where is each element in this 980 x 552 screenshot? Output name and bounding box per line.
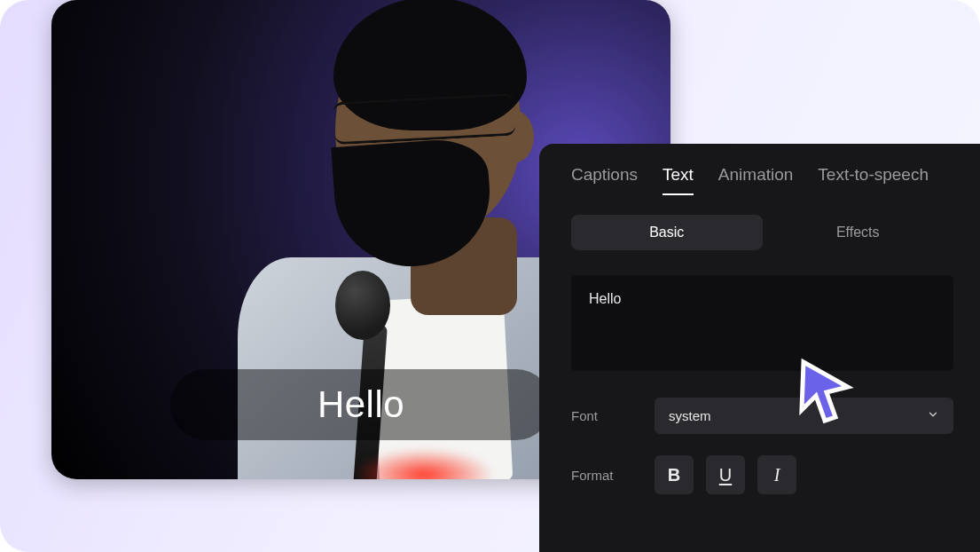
font-row: Font system (571, 398, 953, 434)
tab-basic[interactable]: Basic (571, 215, 763, 250)
tab-captions[interactable]: Captions (571, 165, 638, 195)
tab-text[interactable]: Text (662, 165, 694, 195)
bold-button[interactable]: B (655, 455, 694, 494)
italic-button[interactable]: I (757, 455, 796, 494)
primary-tabs: Captions Text Animation Text-to-speech (571, 165, 953, 195)
format-buttons: B U I (655, 455, 796, 494)
text-panel: Captions Text Animation Text-to-speech B… (539, 144, 980, 552)
font-label: Font (571, 408, 628, 423)
underline-button[interactable]: U (706, 455, 745, 494)
tab-effects[interactable]: Effects (763, 215, 954, 250)
caption-text: Hello (318, 383, 404, 425)
caption-overlay: Hello (170, 369, 552, 440)
tab-animation[interactable]: Animation (718, 165, 794, 195)
format-row: Format B U I (571, 455, 953, 494)
tab-text-to-speech[interactable]: Text-to-speech (818, 165, 929, 195)
format-label: Format (571, 468, 628, 483)
chevron-down-icon (927, 408, 939, 423)
stage: Hello Captions Text Animation Text-to-sp… (0, 0, 980, 552)
secondary-tabs: Basic Effects (571, 215, 953, 250)
font-selected-value: system (669, 408, 711, 423)
font-select[interactable]: system (655, 398, 953, 434)
text-input[interactable] (571, 275, 953, 371)
